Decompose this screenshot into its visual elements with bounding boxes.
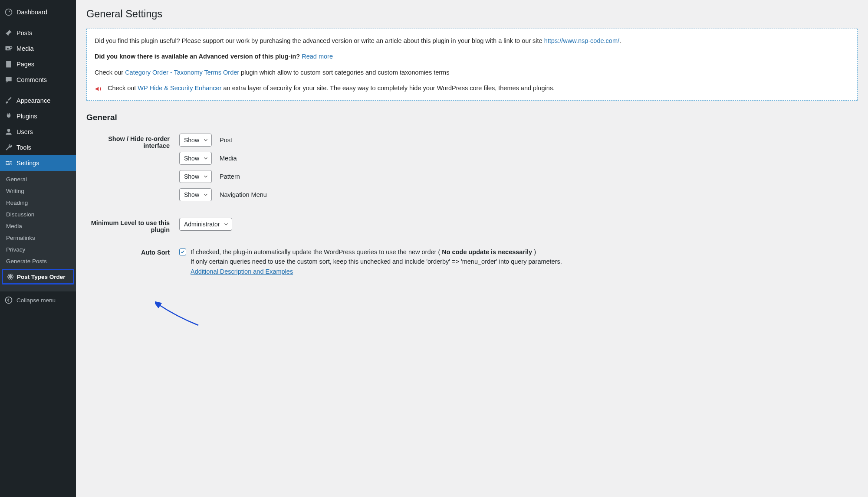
field-label-show-hide: Show / Hide re-order interface	[87, 131, 178, 214]
plug-icon	[4, 112, 13, 121]
main-content: General Settings Did you find this plugi…	[76, 0, 868, 497]
sidebar-label: Comments	[16, 76, 47, 83]
submenu-post-types-order[interactable]: Post Types Order	[3, 270, 73, 283]
sidebar-item-plugins[interactable]: Plugins	[0, 108, 76, 124]
field-label-auto-sort: Auto Sort	[87, 245, 178, 289]
plugin-notice: Did you find this plugin useful? Please …	[86, 29, 858, 101]
sidebar-item-pages[interactable]: Pages	[0, 56, 76, 72]
svg-point-5	[10, 276, 11, 278]
notice-line-2: Did you know there is available an Advan…	[95, 52, 849, 61]
wp-hide-link[interactable]: WP Hide & Security Enhancer	[138, 85, 221, 92]
nsp-code-link[interactable]: https://www.nsp-code.com/	[544, 37, 619, 44]
sidebar-label: Posts	[16, 29, 32, 36]
atom-icon	[7, 273, 14, 281]
chevron-down-icon	[203, 137, 209, 143]
sidebar-label: Users	[16, 128, 33, 135]
svg-rect-3	[6, 61, 11, 68]
sidebar-label: Pages	[16, 61, 34, 68]
admin-sidebar: Dashboard Posts Media Pages Comments App…	[0, 0, 76, 497]
select-pattern[interactable]: Show	[179, 170, 212, 183]
dashboard-icon	[4, 8, 13, 16]
chevron-down-icon	[203, 155, 209, 161]
sidebar-item-users[interactable]: Users	[0, 124, 76, 140]
submenu-permalinks[interactable]: Permalinks	[0, 232, 76, 244]
auto-sort-checkbox[interactable]	[179, 248, 186, 255]
section-heading: General	[86, 113, 858, 122]
sidebar-item-dashboard[interactable]: Dashboard	[0, 4, 76, 20]
sidebar-label: Dashboard	[16, 9, 47, 16]
svg-point-2	[10, 46, 12, 49]
sidebar-label: Appearance	[16, 97, 50, 104]
submenu-media[interactable]: Media	[0, 220, 76, 232]
sidebar-item-media[interactable]: Media	[0, 41, 76, 56]
submenu-discussion[interactable]: Discussion	[0, 209, 76, 220]
notice-line-3: Check our Category Order - Taxonomy Term…	[95, 68, 849, 77]
read-more-link[interactable]: Read more	[302, 53, 333, 60]
sidebar-item-tools[interactable]: Tools	[0, 140, 76, 155]
settings-submenu: General Writing Reading Discussion Media…	[0, 171, 76, 291]
submenu-privacy[interactable]: Privacy	[0, 244, 76, 255]
svg-point-9	[6, 297, 12, 304]
select-label: Post	[220, 137, 232, 144]
submenu-generate-posts[interactable]: Generate Posts	[0, 255, 76, 267]
sidebar-label: Post Types Order	[17, 274, 66, 280]
submenu-reading[interactable]: Reading	[0, 197, 76, 209]
page-title: General Settings	[86, 4, 858, 22]
sidebar-item-posts[interactable]: Posts	[0, 25, 76, 41]
sidebar-label: Media	[16, 45, 34, 52]
category-order-link[interactable]: Category Order - Taxonomy Terms Order	[125, 69, 239, 76]
highlight-annotation: Post Types Order	[2, 269, 74, 284]
select-min-level[interactable]: Administrator	[179, 218, 232, 231]
select-post[interactable]: Show	[179, 134, 212, 147]
bullhorn-icon	[95, 85, 103, 93]
sidebar-item-comments[interactable]: Comments	[0, 72, 76, 88]
sidebar-item-settings[interactable]: Settings	[0, 155, 76, 171]
sliders-icon	[4, 159, 13, 167]
auto-sort-description: If checked, the plug-in automatically up…	[191, 247, 562, 276]
collapse-menu-button[interactable]: Collapse menu	[0, 291, 76, 309]
select-media[interactable]: Show	[179, 152, 212, 165]
chevron-down-icon	[203, 173, 209, 180]
comment-icon	[4, 75, 13, 84]
chevron-down-icon	[203, 192, 209, 198]
annotation-arrow	[155, 299, 203, 330]
chevron-down-icon	[223, 221, 229, 227]
sidebar-label: Plugins	[16, 113, 37, 120]
submenu-general[interactable]: General	[0, 173, 76, 185]
media-icon	[4, 44, 13, 53]
additional-description-link[interactable]: Additional Description and Examples	[191, 268, 293, 275]
svg-point-4	[7, 129, 10, 132]
notice-line-1: Did you find this plugin useful? Please …	[95, 36, 849, 46]
wrench-icon	[4, 143, 13, 152]
select-label: Navigation Menu	[220, 191, 267, 198]
notice-line-4: Check out WP Hide & Security Enhancer an…	[95, 83, 849, 93]
pin-icon	[4, 29, 13, 37]
field-label-min-level: Minimum Level to use this plugin	[87, 215, 178, 244]
sidebar-item-appearance[interactable]: Appearance	[0, 93, 76, 108]
sidebar-label: Collapse menu	[16, 297, 56, 304]
brush-icon	[4, 96, 13, 105]
sidebar-label: Tools	[16, 144, 31, 151]
select-label: Pattern	[220, 173, 240, 180]
sidebar-label: Settings	[16, 160, 39, 167]
select-label: Media	[220, 155, 237, 162]
collapse-icon	[4, 296, 13, 304]
select-nav-menu[interactable]: Show	[179, 188, 212, 201]
page-icon	[4, 60, 13, 69]
submenu-writing[interactable]: Writing	[0, 185, 76, 197]
settings-form: Show / Hide re-order interface Show Post…	[86, 130, 858, 290]
user-icon	[4, 128, 13, 136]
